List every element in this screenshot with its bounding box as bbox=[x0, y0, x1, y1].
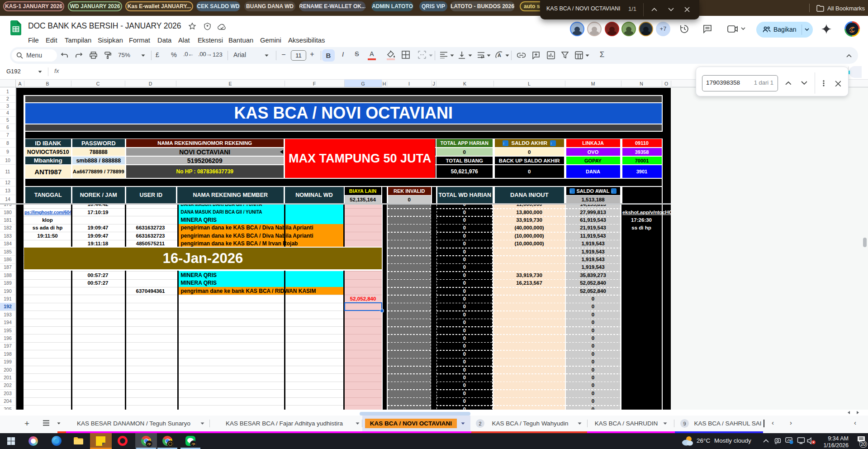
svg-text:A: A bbox=[498, 53, 501, 58]
